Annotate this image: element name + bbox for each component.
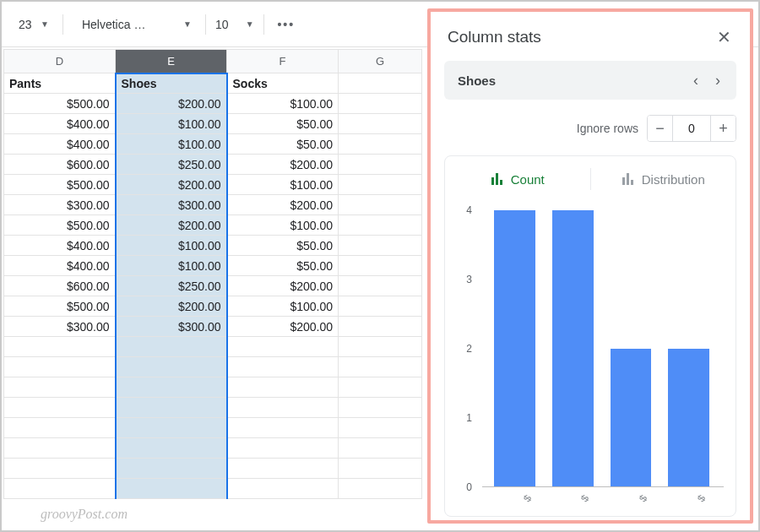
cell[interactable] [4, 398, 116, 418]
cell[interactable] [339, 357, 422, 377]
cell[interactable] [227, 357, 339, 377]
cell[interactable] [4, 337, 116, 357]
close-button[interactable]: ✕ [712, 22, 736, 52]
cell[interactable]: $200.00 [227, 155, 339, 175]
cell[interactable]: $100.00 [227, 215, 339, 236]
cell[interactable] [339, 73, 422, 94]
cell[interactable]: $400.00 [4, 134, 116, 155]
cell[interactable]: $100.00 [116, 256, 227, 276]
cell[interactable] [4, 479, 116, 499]
cell[interactable]: $500.00 [4, 94, 116, 114]
cell[interactable] [227, 418, 339, 438]
cell[interactable] [227, 377, 339, 398]
col-header-F[interactable]: F [227, 50, 339, 73]
col-header-D[interactable]: D [4, 50, 116, 73]
cell[interactable]: $300.00 [4, 317, 116, 337]
cell[interactable]: $250.00 [116, 276, 227, 296]
cell[interactable] [339, 459, 422, 479]
cell[interactable]: $100.00 [116, 114, 227, 134]
cell[interactable] [339, 479, 422, 499]
tab-count[interactable]: Count [445, 160, 590, 198]
cell[interactable] [339, 438, 422, 459]
cell[interactable]: $50.00 [227, 134, 339, 155]
cell[interactable]: $500.00 [4, 175, 116, 195]
ignore-rows-stepper[interactable]: − 0 + [647, 115, 736, 142]
cell[interactable]: $200.00 [227, 195, 339, 215]
cell[interactable] [339, 398, 422, 418]
cell[interactable]: $250.00 [116, 155, 227, 175]
cell[interactable] [339, 215, 422, 236]
number-format-dropdown[interactable]: 23 ▼ [8, 10, 54, 39]
increment-button[interactable]: + [710, 116, 736, 141]
cell[interactable]: Socks [227, 73, 339, 94]
cell[interactable] [227, 438, 339, 459]
cell[interactable]: $400.00 [4, 114, 116, 134]
cell[interactable]: $100.00 [116, 134, 227, 155]
cell[interactable] [116, 357, 227, 377]
cell[interactable] [339, 175, 422, 195]
cell[interactable] [339, 195, 422, 215]
cell[interactable]: $50.00 [227, 114, 339, 134]
cell[interactable]: $600.00 [4, 155, 116, 175]
cell[interactable]: $400.00 [4, 256, 116, 276]
next-column-button[interactable]: › [708, 72, 728, 90]
cell[interactable] [116, 377, 227, 398]
cell[interactable] [116, 398, 227, 418]
cell[interactable] [339, 337, 422, 357]
tab-distribution[interactable]: Distribution [591, 160, 736, 198]
cell[interactable]: $100.00 [116, 236, 227, 256]
font-size-dropdown[interactable]: 10 ▼ [214, 10, 255, 39]
col-header-G[interactable]: G [339, 50, 422, 73]
cell[interactable]: $100.00 [227, 94, 339, 114]
cell[interactable] [339, 94, 422, 114]
decrement-button[interactable]: − [648, 116, 673, 141]
cell[interactable]: $300.00 [116, 195, 227, 215]
column-selector[interactable]: Shoes ‹ › [444, 61, 736, 100]
cell[interactable] [116, 337, 227, 357]
cell[interactable]: $400.00 [4, 236, 116, 256]
col-header-E[interactable]: E [116, 50, 227, 73]
cell[interactable] [116, 479, 227, 499]
cell[interactable] [116, 438, 227, 459]
cell[interactable] [4, 418, 116, 438]
cell[interactable]: $500.00 [4, 296, 116, 317]
cell[interactable] [4, 357, 116, 377]
cell[interactable] [227, 337, 339, 357]
cell[interactable] [339, 317, 422, 337]
cell[interactable] [227, 479, 339, 499]
cell[interactable] [339, 276, 422, 296]
cell[interactable] [116, 459, 227, 479]
more-options-button[interactable]: ••• [273, 10, 300, 39]
cell[interactable]: $200.00 [227, 317, 339, 337]
cell[interactable]: $200.00 [116, 296, 227, 317]
cell[interactable]: $600.00 [4, 276, 116, 296]
cell[interactable] [339, 134, 422, 155]
cell[interactable]: $100.00 [227, 175, 339, 195]
cell[interactable] [227, 398, 339, 418]
cell[interactable]: $200.00 [116, 175, 227, 195]
font-family-dropdown[interactable]: Helvetica … ▼ [72, 10, 197, 39]
cell[interactable] [339, 236, 422, 256]
prev-column-button[interactable]: ‹ [686, 72, 706, 90]
cell[interactable] [227, 459, 339, 479]
cell[interactable]: $50.00 [227, 256, 339, 276]
cell[interactable]: $300.00 [116, 317, 227, 337]
cell[interactable] [116, 418, 227, 438]
cell[interactable]: $500.00 [4, 215, 116, 236]
cell[interactable]: $200.00 [116, 215, 227, 236]
cell[interactable]: $300.00 [4, 195, 116, 215]
cell[interactable] [339, 114, 422, 134]
cell[interactable] [339, 155, 422, 175]
cell[interactable]: Pants [4, 73, 116, 94]
cell[interactable] [339, 296, 422, 317]
cell[interactable]: $200.00 [227, 276, 339, 296]
spreadsheet-grid[interactable]: D E F G Pants Shoes Socks $500.00$200.00… [3, 49, 422, 529]
cell[interactable] [4, 438, 116, 459]
cell[interactable] [339, 377, 422, 398]
cell[interactable]: $200.00 [116, 94, 227, 114]
cell[interactable] [4, 377, 116, 398]
cell[interactable]: Shoes [116, 73, 227, 94]
cell[interactable] [339, 418, 422, 438]
cell[interactable]: $100.00 [227, 296, 339, 317]
cell[interactable] [339, 256, 422, 276]
